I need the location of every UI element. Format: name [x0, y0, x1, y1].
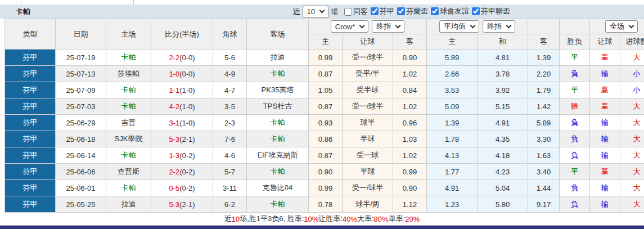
cell-let-away-odds: 0.90 [393, 180, 427, 196]
same-away-checkbox[interactable] [344, 8, 352, 16]
score-halftime: (1-0) [179, 119, 195, 127]
cell-home-team: 拉迪 [106, 196, 151, 213]
cell-let-home-odds: 0.87 [309, 98, 343, 115]
cell-result: 平 [560, 82, 590, 98]
cell-league: 芬甲 [5, 180, 56, 196]
handicap-final-value: 终指 [376, 21, 391, 32]
cell-avg-home: 2.66 [427, 66, 478, 82]
cell-score: 5-3(2-1) [151, 131, 213, 147]
cell-let-home-odds: 0.90 [309, 164, 343, 180]
cell-let-away-odds: 0.90 [393, 50, 427, 66]
cell-let-away-odds: 0.84 [393, 82, 427, 98]
cell-avg-home: 3.53 [427, 82, 478, 98]
handicap-group-header: Crow* 终指 [309, 19, 427, 34]
average-value: 平均值 [444, 21, 466, 32]
cell-result: 負 [560, 180, 590, 196]
cell-handicap: 受一/球半 [343, 98, 393, 115]
cell-league: 芬甲 [5, 147, 56, 164]
cell-handicap-result: 输 [590, 66, 620, 82]
cell-goals: 大 [620, 164, 644, 180]
cell-goals: 大 [620, 180, 644, 196]
subcol-let-home: 主 [309, 34, 343, 50]
cell-let-home-odds: 0.99 [309, 50, 343, 66]
cell-avg-away: 9.17 [528, 196, 560, 213]
cell-let-away-odds: 1.02 [393, 98, 427, 115]
cell-corners: 4-6 [213, 147, 247, 164]
cell-corners: 6-2 [213, 196, 247, 213]
cell-handicap-result: 赢 [590, 82, 620, 98]
cell-let-home-odds: 0.93 [309, 115, 343, 131]
cell-home-team: 莎埃帕 [106, 66, 151, 82]
matches-table: 类型 日期 主场 比分(半场) 角球 客场 Crow* 终指 [4, 19, 644, 213]
subcol-goals: 进球数 [620, 34, 644, 50]
cell-score: 3-1(1-0) [151, 115, 213, 131]
bookmaker-select[interactable]: Crow* [331, 20, 368, 33]
summary-bar: 近10场,胜1平3负6, 胜率:10% 让胜率:40% 大率:80% 单率:20… [0, 213, 644, 225]
cell-league: 芬甲 [5, 196, 56, 213]
cell-avg-home: 4.91 [427, 180, 478, 196]
cell-avg-draw: 5.15 [478, 98, 528, 115]
cell-handicap: 受一球 [343, 147, 393, 164]
summary-segment: 20% [405, 215, 420, 223]
recent-count-select[interactable]: 10 [303, 6, 328, 18]
cell-corners: 3-5 [213, 98, 247, 115]
europe-final-select[interactable]: 终指 [483, 20, 515, 33]
same-away-filter[interactable]: 同客 [341, 7, 368, 17]
table-row: 芬甲 25-07-19 卡帕 2-2(0-0) 5-6 拉迪 0.99 受一/球… [5, 50, 644, 66]
table-row: 芬甲 25-06-01 卡帕 0-5(0-2) 3-11 克魯比04 0.99 … [5, 180, 644, 196]
league-filter[interactable]: 芬蘭盃 [394, 6, 428, 16]
table-row: 芬甲 25-06-18 SJK學院 5-3(2-1) 7-6 卡帕 0.86 半… [5, 131, 644, 147]
average-select[interactable]: 平均值 [439, 20, 479, 33]
score-fulltime: 5-3 [169, 135, 179, 143]
score-fulltime: 1-1 [169, 86, 179, 95]
cell-league: 芬甲 [5, 66, 56, 82]
cell-corners: 4-9 [213, 66, 247, 82]
cell-handicap: 受一/球半 [343, 50, 393, 66]
chevron-down-icon [470, 23, 476, 28]
league-filter[interactable]: 芬甲聯盃 [469, 6, 510, 16]
cell-result: 負 [560, 115, 590, 131]
cell-avg-away: 2.20 [528, 66, 560, 82]
scope-group-header: 全场 [590, 19, 644, 34]
cell-handicap: 半球 [343, 164, 393, 180]
bottom-bar [0, 226, 644, 229]
handicap-final-select[interactable]: 终指 [372, 20, 404, 33]
cell-home-team: 查普斯 [106, 164, 151, 180]
summary-segment: 80% [374, 215, 389, 223]
league-filters: 芬甲 芬蘭盃 球會友誼 芬甲聯盃 [368, 6, 510, 17]
scope-select[interactable]: 全场 [605, 20, 638, 33]
col-header-away: 客场 [247, 19, 309, 50]
col-header-type: 类型 [5, 19, 56, 50]
chevron-down-icon [319, 8, 325, 14]
cell-league: 芬甲 [5, 164, 56, 180]
recent-label: 近 [293, 7, 300, 17]
cell-corners: 4-7 [213, 82, 247, 98]
match-rows: 芬甲 25-07-19 卡帕 2-2(0-0) 5-6 拉迪 0.99 受一/球… [5, 50, 644, 213]
col-header-home: 主场 [106, 19, 151, 50]
cell-away-team: PK35萬塔 [247, 82, 309, 98]
league-filter-checkbox[interactable] [431, 7, 439, 15]
cell-avg-draw: 4.91 [478, 115, 528, 131]
cell-goals: 大 [620, 98, 644, 115]
cell-let-home-odds: 1.05 [309, 82, 343, 98]
league-filter-checkbox[interactable] [397, 7, 405, 15]
table-row: 芬甲 25-05-25 拉迪 5-3(2-1) 6-2 卡帕 0.78 球半/两… [5, 196, 644, 213]
score-halftime: (1-0) [179, 86, 195, 95]
cell-corners: 5-7 [213, 164, 247, 180]
league-filter-checkbox[interactable] [371, 7, 379, 15]
average-group-header: 平均值 终指 [427, 19, 528, 34]
cell-avg-draw: 5.80 [478, 196, 528, 213]
divider [133, 0, 134, 5]
cell-score: 0-5(0-2) [151, 180, 213, 196]
chevron-down-icon [395, 23, 401, 28]
cell-score: 4-2(1-0) [151, 98, 213, 115]
summary-segment: 近 [224, 214, 232, 224]
league-filter[interactable]: 芬甲 [368, 6, 394, 16]
table-row: 芬甲 25-06-14 卡帕 1-3(0-2) 4-6 EIF埃克納斯 0.87… [5, 147, 644, 164]
cell-let-away-odds: 1.02 [393, 66, 427, 82]
table-row: 芬甲 25-06-29 吉普 3-1(1-0) 2-3 卡帕 0.93 球半 0… [5, 115, 644, 131]
summary-segment: 10% [304, 215, 318, 223]
league-filter[interactable]: 球會友誼 [428, 6, 469, 16]
cell-handicap: 受平/半 [343, 66, 393, 82]
league-filter-checkbox[interactable] [472, 7, 480, 15]
